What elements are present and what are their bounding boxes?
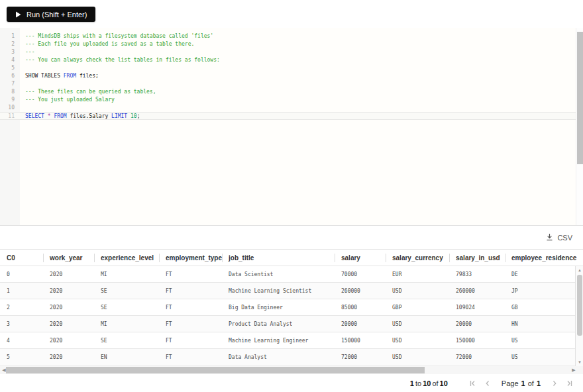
total-pages: 1 (537, 379, 541, 387)
grid-scrollbar-thumb[interactable] (577, 275, 582, 336)
line-number: 11 (0, 113, 15, 119)
code-text: SHOW TABLES FROM files; (15, 72, 99, 80)
table-cell: Data Analyst (222, 349, 335, 365)
table-cell: 2 (0, 299, 43, 315)
table-cell: 0 (0, 266, 43, 282)
table-cell: Machine Learning Engineer (222, 332, 335, 348)
range-total: 10 (440, 379, 448, 387)
table-cell: EUR (386, 266, 449, 282)
code-text: --- These files can be queried as tables… (15, 88, 156, 96)
table-cell: SE (94, 283, 159, 299)
next-page-button[interactable] (553, 380, 557, 387)
table-cell: Data Scientist (222, 266, 335, 282)
grid-horizontal-scrollbar[interactable]: ◀ ▶ (0, 366, 583, 374)
table-cell: USD (386, 349, 449, 365)
table-cell: US (505, 349, 575, 365)
column-header-employment_type[interactable]: employment_type (159, 250, 222, 266)
line-number: 2 (0, 40, 15, 48)
column-header-employee_residence[interactable]: employee_residence (505, 250, 583, 266)
column-header-salary[interactable]: salary (335, 250, 386, 266)
code-lines: 1--- MindsDB ships with a filesystem dat… (0, 28, 583, 120)
code-text: --- MindsDB ships with a filesystem data… (15, 32, 213, 40)
code-text (15, 104, 25, 112)
column-header-salary_currency[interactable]: salary_currency (386, 250, 449, 266)
range-from: 1 (410, 379, 414, 387)
current-page: 1 (521, 379, 525, 387)
column-header-experience_level[interactable]: experience_level (94, 250, 159, 266)
column-header-C0[interactable]: C0 (0, 250, 43, 266)
column-header-job_title[interactable]: job_title (222, 250, 335, 266)
line-number: 6 (0, 72, 15, 80)
table-cell: 109024 (449, 299, 505, 315)
mindsdb-sql-editor: Run (Shift + Enter) 1--- MindsDB ships w… (0, 0, 583, 392)
horizontal-scrollbar-thumb[interactable] (6, 367, 425, 373)
table-cell: 150000 (335, 332, 386, 348)
grid-vertical-scrollbar[interactable]: ▲ ▼ (575, 266, 583, 366)
previous-page-button[interactable] (485, 380, 490, 387)
range-to: 10 (423, 379, 431, 387)
row-range-label: 1to10of10 (409, 379, 449, 387)
table-cell: HN (505, 316, 575, 332)
table-cell: GBP (386, 299, 449, 315)
table-row: 02020MIFTData Scientist70000EUR79833DE (0, 266, 575, 283)
pager-controls: Page 1 of 1 (470, 379, 572, 387)
first-page-button[interactable] (470, 380, 476, 387)
table-cell: 79833 (449, 266, 505, 282)
code-line: 1--- MindsDB ships with a filesystem dat… (0, 32, 583, 40)
table-cell: 3 (0, 316, 43, 332)
table-cell: Big Data Engineer (222, 299, 335, 315)
download-icon (546, 233, 553, 242)
table-row: 22020SEFTBig Data Engineer85000GBP109024… (0, 299, 575, 316)
table-cell: 85000 (335, 299, 386, 315)
editor-vertical-scrollbar[interactable] (576, 28, 583, 225)
line-number: 4 (0, 56, 15, 64)
table-row: 32020MIFTProduct Data Analyst20000USD200… (0, 316, 575, 332)
code-text: --- Each file you uploaded is saved as a… (15, 40, 194, 48)
table-cell: MI (94, 266, 159, 282)
line-number: 8 (0, 88, 15, 96)
code-line: 5 (0, 64, 583, 72)
run-button-label: Run (Shift + Enter) (26, 11, 87, 19)
sql-editor[interactable]: 1--- MindsDB ships with a filesystem dat… (0, 28, 583, 226)
table-cell: DE (505, 266, 575, 282)
toolbar: Run (Shift + Enter) (0, 0, 583, 28)
line-number: 1 (0, 32, 15, 40)
line-number: 5 (0, 64, 15, 72)
scroll-up-icon[interactable]: ▲ (576, 267, 583, 273)
export-csv-button[interactable]: CSV (546, 231, 572, 244)
code-line: 6SHOW TABLES FROM files; (0, 72, 583, 80)
table-cell: 5 (0, 349, 43, 365)
editor-scrollbar-thumb[interactable] (577, 32, 583, 164)
scroll-right-icon[interactable]: ▶ (570, 366, 578, 374)
scroll-down-icon[interactable]: ▼ (576, 359, 583, 366)
table-cell: SE (94, 332, 159, 348)
run-button[interactable]: Run (Shift + Enter) (7, 7, 95, 22)
code-text: --- You just uploaded Salary (15, 96, 115, 104)
table-cell: 2020 (43, 316, 94, 332)
page-indicator: Page 1 of 1 (502, 379, 541, 387)
table-cell: FT (159, 332, 222, 348)
table-cell: Machine Learning Scientist (222, 283, 335, 299)
column-header-salary_in_usd[interactable]: salary_in_usd (449, 250, 505, 266)
code-line: 9--- You just uploaded Salary (0, 96, 583, 104)
last-page-button[interactable] (566, 380, 572, 387)
table-cell: FT (159, 283, 222, 299)
code-text: --- You can always check the list tables… (15, 56, 220, 64)
table-cell: MI (94, 316, 159, 332)
table-cell: US (505, 332, 575, 348)
table-cell: EN (94, 349, 159, 365)
column-header-work_year[interactable]: work_year (43, 250, 94, 266)
line-number: 3 (0, 48, 15, 56)
table-cell: 4 (0, 332, 43, 348)
table-cell: 260000 (449, 283, 505, 299)
code-line: 10 (0, 104, 583, 112)
table-cell: USD (386, 283, 449, 299)
table-cell: FT (159, 349, 222, 365)
table-cell: 72000 (449, 349, 505, 365)
table-cell: Product Data Analyst (222, 316, 335, 332)
table-cell: 2020 (43, 299, 94, 315)
table-cell: 20000 (449, 316, 505, 332)
table-cell: 72000 (335, 349, 386, 365)
table-cell: USD (386, 316, 449, 332)
code-text: SELECT * FROM files.Salary LIMIT 10; (15, 113, 140, 119)
